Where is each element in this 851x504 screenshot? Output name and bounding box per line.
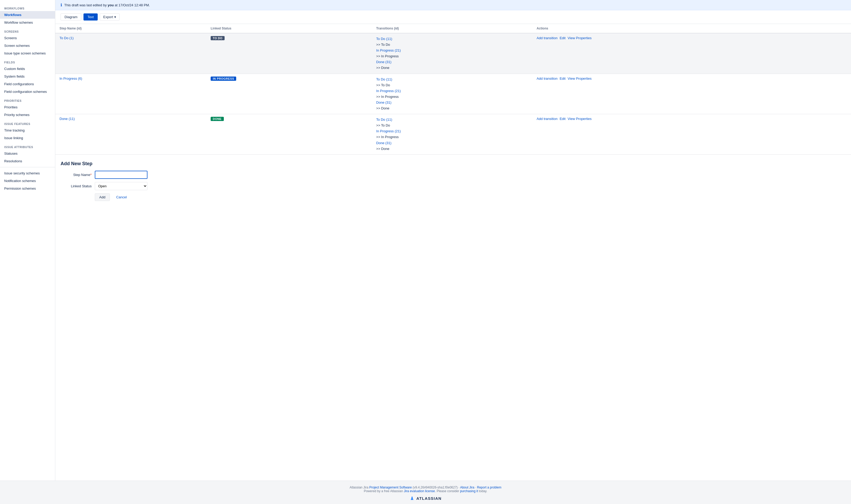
transitions-cell-1: To Do (11)>> To DoIn Progress (21)>> In …: [372, 74, 533, 114]
step-name-link-2[interactable]: Done (11): [59, 117, 75, 121]
sidebar-item-workflows[interactable]: Workflows: [0, 11, 55, 19]
sidebar-divider: [0, 167, 55, 167]
linked-status-row: Linked Status OpenIn ProgressDoneTo DoCl…: [60, 182, 846, 190]
sidebar-item-workflow-schemes[interactable]: Workflow schemes: [0, 19, 55, 26]
transition-arrow-1-11: >> To Do: [376, 83, 390, 87]
chevron-down-icon: ▾: [114, 15, 116, 19]
step-name-cell-2: Done (11): [55, 114, 206, 155]
transition-link-1-31[interactable]: Done (31): [376, 101, 392, 104]
project-mgmt-link[interactable]: Project Management Software: [369, 486, 412, 489]
section-label-workflows: WORKFLOWS: [0, 3, 55, 11]
sidebar: WORKFLOWSWorkflowsWorkflow schemesSCREEN…: [0, 0, 55, 481]
transition-link-1-11[interactable]: To Do (11): [376, 77, 392, 81]
footer-line1: Atlassian Jira Project Management Softwa…: [5, 486, 846, 489]
footer-line2: Powered by a free Atlassian Jira evaluat…: [5, 489, 846, 493]
linked-status-cell-2: DONE: [206, 114, 372, 155]
workflow-table-container: Step Name (id) Linked Status Transitions…: [55, 24, 851, 155]
transition-link-0-21[interactable]: In Progress (21): [376, 49, 401, 52]
sidebar-item-time-tracking[interactable]: Time tracking: [0, 127, 55, 134]
about-jira-link[interactable]: About Jira: [460, 486, 474, 489]
action-view-properties-0[interactable]: View Properties: [568, 36, 592, 40]
toolbar: Diagram Text Export ▾: [55, 10, 851, 24]
transitions-cell-0: To Do (11)>> To DoIn Progress (21)>> In …: [372, 33, 533, 74]
atlassian-logo: ATLASSIAN: [5, 496, 846, 501]
linked-status-cell-1: IN PROGRESS: [206, 74, 372, 114]
status-badge-0: TO DO: [211, 36, 225, 40]
step-name-link-1[interactable]: In Progress (6): [59, 76, 82, 80]
step-name-row: Step Name*: [60, 171, 846, 179]
linked-status-cell-0: TO DO: [206, 33, 372, 74]
section-label-fields: FIELDS: [0, 57, 55, 65]
step-name-link-0[interactable]: To Do (1): [59, 36, 73, 40]
action-add-transition-2[interactable]: Add transition: [537, 117, 558, 121]
transition-arrow-0-31: >> Done: [376, 66, 389, 70]
main-content: ℹ This draft was last edited by you at 1…: [55, 0, 851, 481]
form-buttons: Add Cancel: [95, 193, 846, 201]
action-edit-2[interactable]: Edit: [559, 117, 565, 121]
cancel-button[interactable]: Cancel: [112, 193, 131, 201]
section-label-issue-attributes: ISSUE ATTRIBUTES: [0, 142, 55, 150]
step-name-input[interactable]: [95, 171, 147, 179]
sidebar-item-issue-linking[interactable]: Issue linking: [0, 134, 55, 142]
actions-cell-0: Add transitionEditView Properties: [533, 33, 851, 74]
sidebar-item-statuses[interactable]: Statuses: [0, 150, 55, 157]
linked-status-select[interactable]: OpenIn ProgressDoneTo DoClosed: [95, 182, 147, 190]
transition-arrow-0-21: >> In Progress: [376, 54, 399, 58]
diagram-tab[interactable]: Diagram: [60, 14, 81, 20]
table-row: In Progress (6)IN PROGRESSTo Do (11)>> T…: [55, 74, 851, 114]
sidebar-item-field-configuration-schemes[interactable]: Field configuration schemes: [0, 88, 55, 95]
transition-link-2-11[interactable]: To Do (11): [376, 118, 392, 122]
atlassian-logo-icon: [410, 496, 415, 501]
sidebar-item-issue-security-schemes[interactable]: Issue security schemes: [0, 169, 55, 177]
sidebar-item-priorities[interactable]: Priorities: [0, 103, 55, 111]
banner-text: This draft was last edited by you at 17/…: [64, 3, 150, 7]
add-new-step-section: Add New Step Step Name* Linked Status Op…: [55, 155, 851, 206]
eval-license-link[interactable]: Jira evaluation license: [404, 489, 435, 493]
transition-arrow-2-21: >> In Progress: [376, 135, 399, 139]
status-badge-1: IN PROGRESS: [211, 76, 236, 81]
transition-arrow-1-21: >> In Progress: [376, 95, 399, 98]
action-add-transition-0[interactable]: Add transition: [537, 36, 558, 40]
sidebar-item-issue-type-screen-schemes[interactable]: Issue type screen schemes: [0, 50, 55, 57]
transition-arrow-2-11: >> To Do: [376, 123, 390, 127]
transitions-cell-2: To Do (11)>> To DoIn Progress (21)>> In …: [372, 114, 533, 155]
atlassian-label: ATLASSIAN: [416, 496, 441, 501]
export-button[interactable]: Export ▾: [100, 14, 120, 20]
sidebar-item-custom-fields[interactable]: Custom fields: [0, 65, 55, 73]
step-name-cell-1: In Progress (6): [55, 74, 206, 114]
transition-link-1-21[interactable]: In Progress (21): [376, 89, 401, 93]
sidebar-item-screens[interactable]: Screens: [0, 34, 55, 42]
transition-link-2-21[interactable]: In Progress (21): [376, 129, 401, 133]
col-transitions: Transitions (id): [372, 24, 533, 33]
step-name-cell-0: To Do (1): [55, 33, 206, 74]
add-step-title: Add New Step: [60, 161, 846, 166]
sidebar-item-permission-schemes[interactable]: Permission schemes: [0, 185, 55, 192]
sidebar-item-priority-schemes[interactable]: Priority schemes: [0, 111, 55, 119]
workflow-table: Step Name (id) Linked Status Transitions…: [55, 24, 851, 155]
report-problem-link[interactable]: Report a problem: [477, 486, 501, 489]
action-edit-0[interactable]: Edit: [559, 36, 565, 40]
purchasing-link[interactable]: purchasing it: [460, 489, 478, 493]
transition-link-0-11[interactable]: To Do (11): [376, 37, 392, 41]
section-label-priorities: PRIORITIES: [0, 95, 55, 103]
action-view-properties-2[interactable]: View Properties: [568, 117, 592, 121]
add-button[interactable]: Add: [95, 193, 110, 201]
transition-link-0-31[interactable]: Done (31): [376, 60, 392, 64]
info-icon: ℹ: [60, 3, 62, 7]
sidebar-item-field-configurations[interactable]: Field configurations: [0, 80, 55, 88]
action-add-transition-1[interactable]: Add transition: [537, 76, 558, 80]
action-edit-1[interactable]: Edit: [559, 76, 565, 80]
sidebar-item-resolutions[interactable]: Resolutions: [0, 157, 55, 165]
sidebar-item-notification-schemes[interactable]: Notification schemes: [0, 177, 55, 185]
table-row: To Do (1)TO DOTo Do (11)>> To DoIn Progr…: [55, 33, 851, 74]
step-name-label: Step Name*: [60, 173, 95, 177]
transition-link-2-31[interactable]: Done (31): [376, 141, 392, 145]
text-tab[interactable]: Text: [84, 14, 98, 20]
sidebar-item-system-fields[interactable]: System fields: [0, 73, 55, 80]
action-view-properties-1[interactable]: View Properties: [568, 76, 592, 80]
actions-cell-2: Add transitionEditView Properties: [533, 114, 851, 155]
col-actions: Actions: [533, 24, 851, 33]
status-badge-2: DONE: [211, 117, 224, 121]
col-step-name: Step Name (id): [55, 24, 206, 33]
sidebar-item-screen-schemes[interactable]: Screen schemes: [0, 42, 55, 50]
